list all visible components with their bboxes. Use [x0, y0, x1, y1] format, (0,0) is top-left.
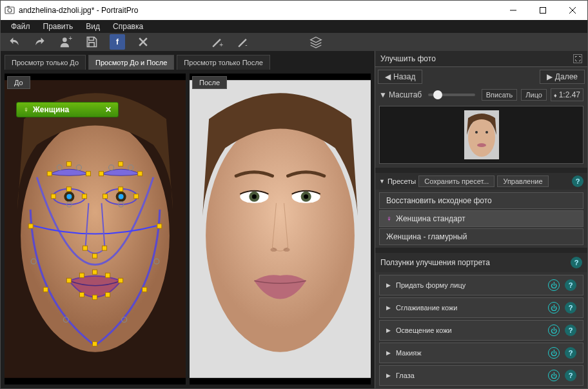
- preset-item[interactable]: ♀Женщина стандарт: [379, 210, 583, 227]
- side-panel: Улучшить фото ⛶ ◀Назад ▶Далее ▼Масштаб В…: [375, 51, 587, 388]
- help-icon[interactable]: ?: [565, 302, 576, 314]
- zoom-slider[interactable]: [428, 94, 475, 96]
- panel-title: Улучшить фото ⛶: [375, 51, 587, 67]
- chevron-right-icon: ▶: [386, 327, 391, 334]
- svg-point-66: [304, 194, 308, 199]
- svg-rect-25: [119, 162, 123, 166]
- female-icon: ♀: [386, 214, 392, 223]
- help-icon[interactable]: ?: [565, 370, 576, 381]
- gender-tag[interactable]: ♀ Женщина ✕: [16, 102, 119, 117]
- svg-rect-41: [79, 292, 84, 297]
- zoom-value[interactable]: ♦ 1:2.47: [551, 88, 583, 101]
- tab-after-only[interactable]: Просмотр только После: [177, 55, 270, 70]
- svg-point-71: [475, 131, 478, 134]
- add-person-button[interactable]: +: [57, 34, 74, 50]
- svg-rect-43: [106, 292, 110, 297]
- fit-button[interactable]: Вписать: [482, 89, 518, 101]
- slider-skin-smoothing[interactable]: ▶Сглаживание кожи⏻?: [379, 297, 583, 318]
- slider-makeup[interactable]: ▶Макияж⏻?: [379, 343, 583, 363]
- help-icon[interactable]: ?: [565, 324, 576, 336]
- help-icon[interactable]: ?: [572, 175, 583, 187]
- sliders-header: Ползунки улучшения портрета ?: [375, 253, 587, 272]
- facebook-button[interactable]: f: [109, 34, 126, 50]
- power-icon[interactable]: ⏻: [548, 279, 560, 291]
- female-icon: ♀: [23, 105, 29, 114]
- chevron-right-icon: ▶: [386, 350, 391, 356]
- svg-rect-38: [92, 270, 97, 274]
- svg-point-65: [252, 194, 257, 199]
- svg-rect-23: [86, 172, 90, 176]
- close-button[interactable]: [558, 1, 587, 20]
- gender-close-icon[interactable]: ✕: [105, 105, 112, 114]
- help-icon[interactable]: ?: [571, 257, 582, 268]
- svg-rect-28: [66, 187, 71, 192]
- menu-file[interactable]: Файл: [5, 20, 37, 33]
- power-icon[interactable]: ⏻: [548, 370, 560, 381]
- slider-skin-lighting[interactable]: ▶Освещение кожи⏻?: [379, 320, 583, 341]
- power-icon[interactable]: ⏻: [548, 324, 560, 336]
- gender-label: Женщина: [33, 105, 69, 114]
- svg-rect-27: [51, 194, 55, 199]
- svg-point-7: [63, 37, 67, 42]
- next-label: Далее: [555, 72, 578, 81]
- layers-button[interactable]: [308, 34, 324, 50]
- tab-before-only[interactable]: Просмотр только До: [5, 55, 86, 70]
- viewer: Просмотр только До Просмотр До и После П…: [1, 51, 375, 388]
- next-button[interactable]: ▶Далее: [540, 70, 585, 84]
- sliders-title-label: Ползунки улучшения портрета: [380, 258, 490, 267]
- svg-rect-2: [7, 6, 10, 8]
- svg-rect-26: [138, 172, 142, 176]
- menu-help[interactable]: Справка: [106, 20, 150, 33]
- chevron-left-icon: ◀: [385, 72, 391, 81]
- after-pane[interactable]: После: [190, 74, 371, 384]
- svg-rect-33: [83, 246, 87, 250]
- cancel-button[interactable]: [135, 34, 152, 50]
- slider-list: ▶Придать форму лицу⏻? ▶Сглаживание кожи⏻…: [375, 272, 587, 388]
- preset-item[interactable]: Женщина - гламурный: [379, 228, 583, 245]
- manage-presets-button[interactable]: Управление: [497, 175, 548, 187]
- chevron-right-icon: ▶: [547, 72, 553, 81]
- menu-edit[interactable]: Править: [37, 20, 80, 33]
- preset-restore[interactable]: Восстановить исходное фото: [379, 192, 583, 209]
- svg-rect-36: [66, 278, 71, 283]
- back-button[interactable]: ◀Назад: [378, 70, 422, 84]
- svg-point-20: [119, 194, 124, 199]
- power-icon[interactable]: ⏻: [548, 347, 560, 359]
- menu-view[interactable]: Вид: [79, 20, 106, 33]
- slider-eyes[interactable]: ▶Глаза⏻?: [379, 365, 583, 386]
- face-thumbnail[interactable]: [464, 110, 499, 159]
- slider-face-shape[interactable]: ▶Придать форму лицу⏻?: [379, 275, 583, 295]
- redo-button[interactable]: [32, 34, 48, 50]
- svg-rect-30: [103, 194, 108, 199]
- before-pane[interactable]: До ♀ Женщина ✕: [5, 74, 186, 384]
- minimize-button[interactable]: [498, 1, 528, 20]
- svg-text:+: +: [68, 35, 72, 42]
- after-image: [190, 74, 371, 384]
- chevron-right-icon: ▶: [386, 304, 391, 311]
- svg-point-68: [284, 248, 290, 252]
- face-button[interactable]: Лицо: [521, 89, 547, 101]
- brush-plus-button[interactable]: +: [208, 34, 225, 50]
- svg-rect-42: [92, 295, 97, 299]
- chevron-down-icon[interactable]: ▼: [379, 178, 385, 185]
- svg-rect-47: [142, 287, 147, 292]
- svg-point-19: [66, 194, 72, 199]
- presets-header: ▼ Пресеты Сохранить пресет... Управление…: [375, 173, 587, 190]
- expand-icon[interactable]: ⛶: [573, 54, 582, 63]
- power-icon[interactable]: ⏻: [548, 302, 560, 314]
- maximize-button[interactable]: [528, 1, 558, 20]
- save-preset-button[interactable]: Сохранить пресет...: [418, 175, 495, 187]
- undo-button[interactable]: [6, 34, 23, 50]
- help-icon[interactable]: ?: [565, 347, 576, 359]
- menubar: Файл Править Вид Справка: [1, 20, 587, 33]
- before-image: [5, 74, 186, 384]
- thumbnail-strip[interactable]: [379, 106, 583, 164]
- app-icon: [5, 5, 15, 15]
- brush-minus-button[interactable]: -: [234, 34, 251, 50]
- save-button[interactable]: [83, 34, 100, 50]
- svg-rect-40: [119, 278, 123, 283]
- svg-rect-32: [134, 194, 139, 199]
- tab-before-after[interactable]: Просмотр До и После: [88, 55, 174, 70]
- help-icon[interactable]: ?: [565, 279, 576, 291]
- after-label: После: [192, 76, 227, 89]
